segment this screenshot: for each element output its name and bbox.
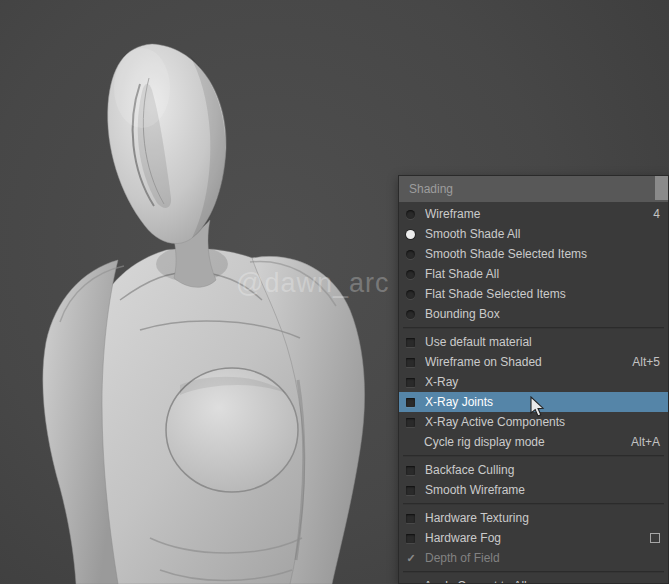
menu-item-flat-shade-all[interactable]: Flat Shade All	[399, 264, 668, 284]
menu-item-label: Hardware Fog	[425, 531, 642, 545]
radio-checked-icon	[406, 230, 415, 239]
menu-item-label: X-Ray Joints	[425, 395, 660, 409]
watermark-text: @dawn_arc	[236, 268, 389, 299]
checkbox-icon	[406, 466, 415, 475]
menu-item-label: Flat Shade Selected Items	[425, 287, 660, 301]
shortcut-label: Alt+5	[632, 355, 660, 369]
menu-item-label: Depth of Field	[425, 551, 660, 565]
menu-item-x-ray[interactable]: X-Ray	[399, 372, 668, 392]
menu-item-hardware-texturing[interactable]: Hardware Texturing	[399, 508, 668, 528]
menu-title: Shading	[409, 182, 453, 196]
menu-item-cycle-rig-display-mode[interactable]: Cycle rig display modeAlt+A	[399, 432, 668, 452]
menu-item-label: Use default material	[425, 335, 660, 349]
menu-item-label: Smooth Shade Selected Items	[425, 247, 660, 261]
menu-item-depth-of-field[interactable]: ✓Depth of Field	[399, 548, 668, 568]
menu-item-label: Bounding Box	[425, 307, 660, 321]
menu-item-label: Apply Current to All	[424, 579, 660, 584]
radio-icon	[406, 310, 415, 319]
checkbox-icon	[406, 358, 415, 367]
menu-item-wireframe-on-shaded[interactable]: Wireframe on ShadedAlt+5	[399, 352, 668, 372]
shading-menu: Shading Wireframe4Smooth Shade AllSmooth…	[398, 175, 669, 584]
menu-item-x-ray-joints[interactable]: X-Ray Joints	[399, 392, 668, 412]
menu-item-label: Hardware Texturing	[425, 511, 660, 525]
checkbox-icon	[406, 378, 415, 387]
checkbox-icon	[406, 486, 415, 495]
menu-item-label: Wireframe on Shaded	[425, 355, 622, 369]
radio-icon	[406, 210, 415, 219]
checkbox-icon	[406, 338, 415, 347]
menu-item-smooth-shade-all[interactable]: Smooth Shade All	[399, 224, 668, 244]
menu-item-use-default-material[interactable]: Use default material	[399, 332, 668, 352]
menu-items: Wireframe4Smooth Shade AllSmooth Shade S…	[399, 202, 668, 584]
checkmark-icon: ✓	[405, 552, 417, 564]
menu-item-backface-culling[interactable]: Backface Culling	[399, 460, 668, 480]
menu-separator	[403, 503, 664, 505]
radio-icon	[406, 270, 415, 279]
menu-item-label: Wireframe	[425, 207, 643, 221]
menu-separator	[403, 455, 664, 457]
checkbox-icon	[406, 398, 415, 407]
menu-item-bounding-box[interactable]: Bounding Box	[399, 304, 668, 324]
menu-item-smooth-wireframe[interactable]: Smooth Wireframe	[399, 480, 668, 500]
menu-item-label: Cycle rig display mode	[424, 435, 621, 449]
menu-separator	[403, 571, 664, 573]
menu-item-hardware-fog[interactable]: Hardware Fog	[399, 528, 668, 548]
menu-item-flat-shade-selected-items[interactable]: Flat Shade Selected Items	[399, 284, 668, 304]
menu-item-x-ray-active-components[interactable]: X-Ray Active Components	[399, 412, 668, 432]
menu-header-corner	[655, 176, 668, 200]
menu-item-label: Flat Shade All	[425, 267, 660, 281]
radio-icon	[406, 250, 415, 259]
menu-item-label: X-Ray Active Components	[425, 415, 660, 429]
shortcut-label: Alt+A	[631, 435, 660, 449]
menu-separator	[403, 327, 664, 329]
radio-icon	[406, 290, 415, 299]
menu-item-label: X-Ray	[425, 375, 660, 389]
menu-item-label: Smooth Shade All	[425, 227, 660, 241]
menu-item-wireframe[interactable]: Wireframe4	[399, 204, 668, 224]
option-box-icon[interactable]	[650, 533, 660, 543]
menu-item-label: Smooth Wireframe	[425, 483, 660, 497]
checkbox-icon	[406, 534, 415, 543]
menu-header[interactable]: Shading	[399, 176, 668, 202]
menu-item-label: Backface Culling	[425, 463, 660, 477]
checkbox-icon	[406, 514, 415, 523]
spacer-icon	[405, 580, 417, 584]
shortcut-label: 4	[653, 207, 660, 221]
checkbox-icon	[406, 418, 415, 427]
model-head-highlight	[114, 48, 170, 128]
menu-item-apply-current-to-all[interactable]: Apply Current to All	[399, 576, 668, 584]
menu-item-smooth-shade-selected-items[interactable]: Smooth Shade Selected Items	[399, 244, 668, 264]
spacer-icon	[405, 436, 417, 448]
